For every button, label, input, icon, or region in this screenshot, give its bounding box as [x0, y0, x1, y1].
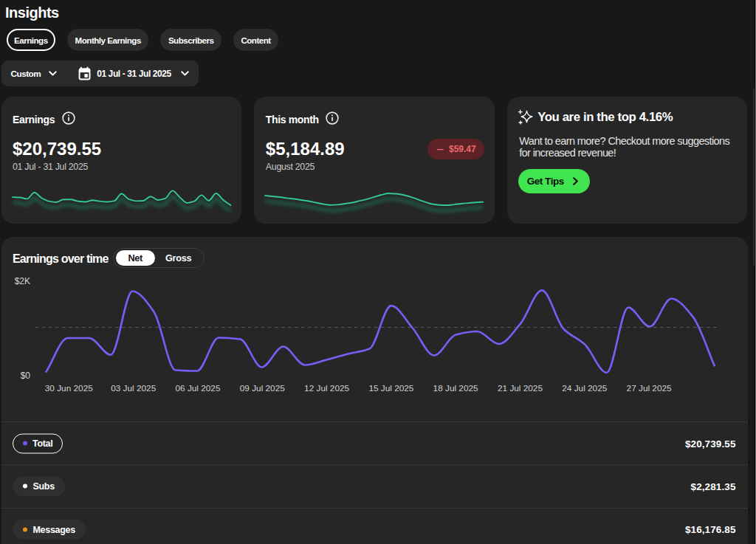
earnings-line-chart: $2K $0 30 Jun 202503 Jul 202506 Jul 2025…: [1, 274, 748, 396]
messages-label: Messages: [33, 524, 75, 534]
messages-value: $16,176.85: [685, 524, 736, 535]
summary-cards: Earnings $20,739.55 01 Jul - 31 Jul 2025…: [1, 97, 748, 224]
y-axis-label-2k: $2K: [14, 276, 30, 286]
x-axis-label: 21 Jul 2025: [497, 383, 542, 393]
total-value: $20,739.55: [685, 438, 736, 449]
x-axis-label: 06 Jul 2025: [175, 383, 220, 393]
date-range-label: 01 Jul - 31 Jul 2025: [97, 69, 171, 79]
legend-row-subs: Subs $2,281.35: [1, 464, 748, 507]
x-axis-label: 09 Jul 2025: [239, 383, 284, 393]
net-gross-toggle: Net Gross: [113, 248, 205, 268]
filter-preset-label: Custom: [11, 69, 41, 79]
subs-value: $2,281.35: [691, 481, 736, 492]
sparkle-icon: [518, 109, 533, 125]
earnings-over-time-card: Earnings over time Net Gross $2K $0 30 J…: [1, 237, 748, 544]
x-axis-label: 18 Jul 2025: [433, 383, 478, 393]
this-month-sparkline: [265, 182, 483, 217]
chevron-right-icon: [573, 177, 578, 185]
x-axis-label: 12 Jul 2025: [304, 383, 349, 393]
earnings-card: Earnings $20,739.55 01 Jul - 31 Jul 2025: [1, 97, 241, 224]
date-filter-bar: Custom 01 Jul - 31 Jul 2025: [1, 61, 199, 86]
legend-rows: Total $20,739.55 Subs $2,281.35 Messages…: [1, 421, 748, 544]
calendar-icon: [78, 66, 91, 80]
subs-dot: [23, 484, 27, 489]
tips-body-text: Want to earn more? Checkout more suggest…: [519, 135, 736, 159]
x-axis-label: 30 Jun 2025: [44, 383, 92, 393]
messages-dot: [23, 527, 27, 531]
tips-card-title: You are in the top 4.16%: [518, 109, 673, 125]
legend-pill-messages[interactable]: Messages: [13, 520, 86, 540]
y-axis-label-0: $0: [20, 371, 30, 381]
earnings-card-title-text: Earnings: [13, 114, 55, 125]
get-tips-label: Get Tips: [527, 176, 564, 187]
net-earnings-line: [46, 290, 714, 372]
x-axis-label: 24 Jul 2025: [562, 383, 607, 393]
date-range-picker[interactable]: 01 Jul - 31 Jul 2025: [57, 66, 189, 80]
subs-label: Subs: [33, 481, 55, 492]
total-label: Total: [32, 438, 52, 449]
legend-row-messages: Messages $16,176.85: [1, 508, 748, 544]
x-axis-label: 15 Jul 2025: [368, 383, 413, 393]
toggle-net[interactable]: Net: [116, 250, 156, 266]
negative-delta-badge: — $59.47: [427, 139, 484, 159]
info-icon[interactable]: [62, 111, 75, 125]
this-month-period: August 2025: [266, 162, 315, 172]
minus-sign: —: [437, 144, 441, 154]
page-title: Insights: [5, 4, 59, 21]
x-axis-label: 03 Jul 2025: [111, 383, 156, 393]
this-month-card-title: This month: [266, 113, 339, 126]
get-tips-button[interactable]: Get Tips: [518, 169, 590, 193]
legend-pill-total[interactable]: Total: [13, 433, 63, 453]
earnings-sparkline: [13, 182, 230, 217]
legend-pill-subs[interactable]: Subs: [13, 476, 65, 496]
tab-monthly-earnings[interactable]: Monthly Earnings: [67, 29, 148, 51]
this-month-card: This month $5,184.89 — $59.47 August 202…: [254, 97, 494, 224]
tab-content[interactable]: Content: [233, 29, 278, 51]
x-axis-label: 27 Jul 2025: [626, 383, 671, 393]
this-month-card-title-text: This month: [266, 114, 319, 125]
x-axis-labels: 30 Jun 202503 Jul 202506 Jul 202509 Jul …: [44, 383, 671, 393]
total-dot: [23, 441, 27, 446]
this-month-amount: $5,184.89: [266, 139, 345, 159]
tab-subscribers[interactable]: Subscribers: [160, 29, 221, 51]
tab-earnings[interactable]: Earnings: [7, 29, 56, 51]
earnings-period: 01 Jul - 31 Jul 2025: [13, 162, 88, 172]
earnings-over-time-title: Earnings over time: [13, 252, 109, 266]
earnings-sparkline-svg: [13, 182, 230, 217]
insights-page: Insights Earnings Monthly Earnings Subsc…: [0, 0, 756, 544]
tips-card: You are in the top 4.16% Want to earn mo…: [507, 97, 747, 224]
legend-row-total: Total $20,739.55: [1, 421, 748, 464]
insights-tabs: Earnings Monthly Earnings Subscribers Co…: [7, 29, 279, 51]
filter-preset-dropdown[interactable]: Custom: [1, 69, 57, 79]
tips-title-text: You are in the top 4.16%: [537, 110, 673, 125]
chevron-down-icon: [181, 71, 189, 76]
earnings-amount: $20,739.55: [13, 139, 101, 159]
earnings-card-title: Earnings: [13, 113, 75, 126]
toggle-gross[interactable]: Gross: [155, 250, 202, 266]
delta-amount: $59.47: [449, 144, 476, 154]
info-icon[interactable]: [326, 111, 339, 125]
this-month-sparkline-svg: [265, 182, 483, 217]
chevron-down-icon: [49, 71, 57, 76]
